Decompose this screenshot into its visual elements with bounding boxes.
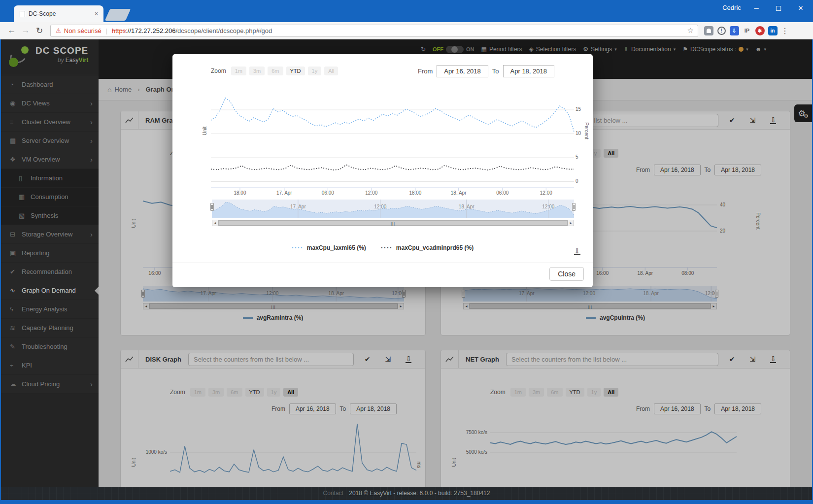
browser-profile-name[interactable]: Cedric: [717, 4, 746, 11]
navigator-label: 12:00: [370, 204, 391, 209]
chart-scrollbar[interactable]: ◂|||▸: [212, 220, 574, 226]
navigator-label: 12:00: [538, 204, 559, 209]
scroll-left-arrow[interactable]: ◂: [212, 220, 218, 226]
ip-extension-icon[interactable]: IP: [741, 24, 753, 37]
footer: Contact 2018 © EasyVirt - release: 6.0.0…: [1, 487, 812, 500]
browser-titlebar: DC-Scope × Cedric ─ ☐ ✕: [0, 0, 813, 22]
browser-menu-icon[interactable]: ⋮: [779, 26, 791, 35]
scroll-right-arrow[interactable]: ▸: [568, 220, 574, 226]
modal-divider: [172, 263, 593, 263]
url-separator: |: [106, 27, 107, 34]
reload-icon[interactable]: ↻: [33, 26, 46, 36]
warning-icon: ⚠: [56, 27, 61, 34]
y-axis-tick-label: 0: [576, 178, 578, 184]
browser-toolbar: ← → ↻ ⚠ Non sécurisé | https ://172.27.2…: [0, 22, 813, 39]
graph-on-demand-modal: Zoom 1m3m6mYTD1yAll From Apr 16, 2018 To…: [172, 54, 593, 287]
page-favicon-icon: [20, 11, 25, 17]
window-maximize-button[interactable]: ☐: [771, 3, 786, 14]
scrollbar-thumb[interactable]: |||: [218, 220, 568, 226]
dcscope-app: ↻ OFF ON ▦ Period filters ◈ Selection fi…: [0, 39, 813, 504]
screen: DC-Scope × Cedric ─ ☐ ✕ ← → ↻ ⚠ Non sécu…: [0, 0, 813, 504]
forward-icon[interactable]: →: [19, 26, 33, 35]
navigator-handle-right[interactable]: [572, 203, 576, 211]
x-axis-tick-label: 17. Apr: [272, 190, 297, 196]
url-host: ://172.27.252.206: [126, 27, 175, 34]
legend-label: maxCpu_laxmi65 (%): [307, 244, 366, 251]
x-axis-tick-label: 06:00: [490, 190, 515, 196]
adblock-extension-icon[interactable]: ✱: [753, 24, 766, 37]
bookmark-star-icon[interactable]: ☆: [687, 26, 694, 35]
contact-link[interactable]: Contact: [323, 490, 343, 497]
tab-title: DC-Scope: [29, 10, 93, 17]
scrollbar-track[interactable]: |||: [218, 220, 568, 226]
y-axis-tick-label: 15: [576, 106, 581, 112]
navigator-label: 18. Apr: [456, 204, 477, 209]
y-axis-tick-label: 10: [576, 131, 581, 136]
security-warning: Non sécurisé: [64, 27, 102, 34]
footer-info: 2018 © EasyVirt - release: 6.0.0 - build…: [349, 490, 490, 497]
x-axis-tick-label: 12:00: [359, 190, 384, 196]
window-minimize-button[interactable]: ─: [749, 3, 764, 14]
x-axis-tick-label: 06:00: [315, 190, 340, 196]
y-axis-title: Percent: [584, 116, 589, 146]
chart-navigator[interactable]: 17. Apr12:0018. Apr12:00: [212, 200, 574, 218]
x-axis-tick-label: 18. Apr: [446, 190, 471, 196]
download-chart-button[interactable]: ⇩: [574, 247, 580, 255]
close-button[interactable]: Close: [549, 267, 584, 281]
x-axis-tick-label: 12:00: [534, 190, 558, 196]
url-protocol: https: [112, 27, 126, 34]
legend-item[interactable]: ····maxCpu_laxmi65 (%): [292, 244, 366, 251]
y-axis-title: Unit: [202, 116, 207, 146]
x-axis-tick-label: 18:00: [403, 190, 428, 196]
ghostery-extension-icon[interactable]: [702, 24, 715, 37]
legend-label: maxCpu_vcadminprd65 (%): [396, 244, 474, 251]
legend-dotted-sample: ····: [381, 245, 393, 250]
browser-tab[interactable]: DC-Scope ×: [14, 5, 103, 22]
y-axis-tick-label: 5: [576, 154, 578, 160]
legend-dotted-sample: ····: [292, 245, 304, 250]
url-bar[interactable]: ⚠ Non sécurisé | https ://172.27.252.206…: [50, 25, 698, 37]
download-extension-icon[interactable]: ⇩: [728, 24, 741, 37]
modal-chart[interactable]: 15105018:0017. Apr06:0012:0018:0018. Apr…: [172, 54, 593, 197]
linkedin-extension-icon[interactable]: in: [766, 24, 779, 37]
x-axis-tick-label: 18:00: [228, 190, 252, 196]
navigator-label: 17. Apr: [287, 204, 309, 209]
info-extension-icon[interactable]: !: [715, 24, 728, 37]
legend-item[interactable]: ····maxCpu_vcadminprd65 (%): [381, 244, 474, 251]
window-close-button[interactable]: ✕: [793, 3, 808, 14]
navigator-handle-left[interactable]: [210, 203, 214, 211]
url-path: /dcscope/client/dcscope.php#/god: [175, 27, 272, 34]
back-icon[interactable]: ←: [5, 26, 19, 35]
new-tab-button[interactable]: [105, 9, 131, 21]
tab-close-icon[interactable]: ×: [93, 10, 100, 17]
